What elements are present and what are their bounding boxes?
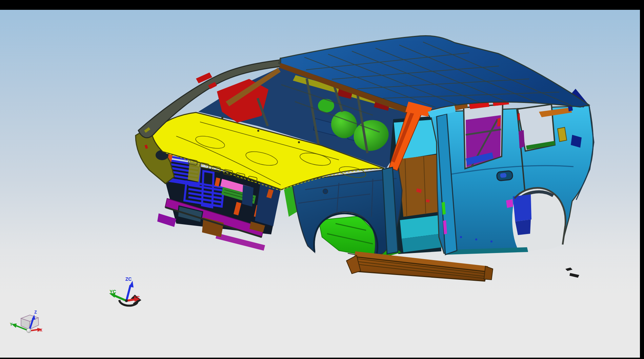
wcs-y-label[interactable]: YC [109,289,116,294]
wcs-x-label[interactable]: XC [133,295,140,300]
view-z-label: Z [34,310,37,315]
trim-dot [475,238,477,240]
row3-red-sliver [518,113,520,121]
bottom-frame-bar [0,358,644,359]
wcs-origin[interactable] [125,299,128,302]
view-x-label: X [40,328,42,333]
board-end-cap-right [484,266,493,280]
door-handle-recess[interactable] [497,171,513,181]
interior-red-sliver [497,118,501,127]
right-frame-bar [640,0,644,359]
arch-blue-patch-lower [515,219,531,235]
row3-purple-sliver [519,130,525,148]
dpillar-olive-bracket[interactable] [558,127,567,142]
trim-dot [490,240,492,242]
dark-blue-panel-a [242,185,254,207]
hood-dot [257,130,259,132]
arch-magenta-sliver [506,199,513,208]
hood-dot [221,117,223,119]
view-y-label: Y [10,322,13,327]
arch-blue-patch[interactable] [513,194,531,221]
cad-viewport[interactable]: ZC YC XC Z Y X [0,0,644,359]
fender-hole [323,189,328,194]
top-frame-bar [0,0,644,10]
hood-dot [298,141,300,143]
trim-dot [460,236,462,238]
wcs-z-label[interactable]: ZC [125,276,132,282]
view-origin-ball[interactable] [27,329,31,333]
graphics-window[interactable]: ZC YC XC Z Y X [0,0,644,359]
floor-pan[interactable] [398,154,441,217]
